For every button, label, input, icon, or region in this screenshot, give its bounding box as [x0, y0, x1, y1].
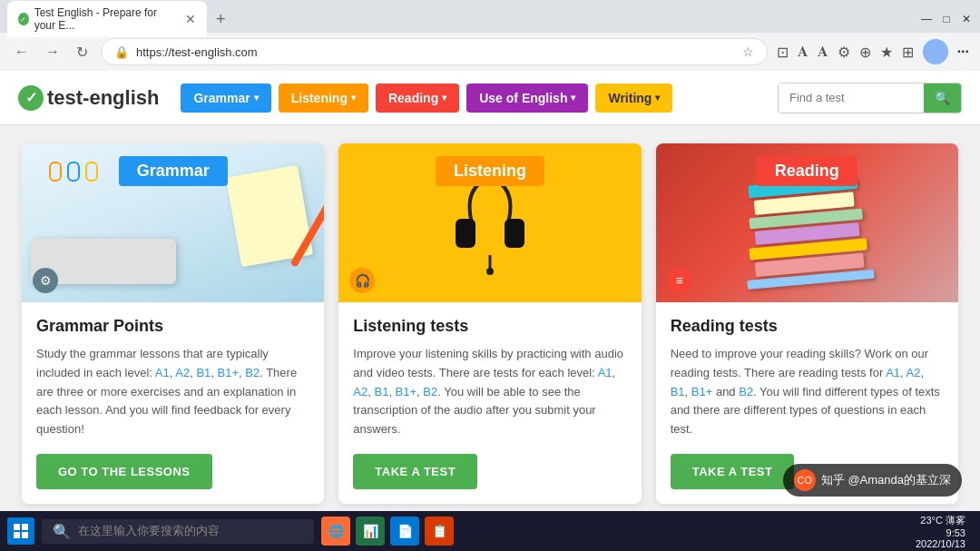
tab-favicon: ✓	[18, 13, 29, 25]
extensions-icon[interactable]: ⊕	[859, 44, 871, 61]
listening-dropdown-arrow-icon: ▾	[351, 93, 356, 103]
favorites-icon[interactable]: ★	[880, 44, 893, 61]
grammar-link-b1plus[interactable]: B1+	[218, 366, 240, 379]
listening-card-body: Listening tests Improve your listening s…	[338, 302, 641, 504]
listening-card-label: Listening	[436, 156, 544, 186]
reading-link-a1[interactable]: A1	[886, 366, 900, 379]
url-bar-actions: ☆	[742, 44, 754, 59]
profile-button[interactable]	[923, 39, 948, 64]
clip-yellow-icon	[85, 162, 98, 182]
listening-link-b1[interactable]: B1	[374, 385, 388, 398]
logo-checkmark-icon: ✓	[18, 85, 44, 111]
nav-writing-button[interactable]: Writing ▾	[595, 84, 672, 113]
main-navbar: ✓ test-english Grammar ▾ Listening ▾ Rea…	[0, 71, 980, 125]
windows-start-button[interactable]	[7, 517, 34, 545]
grammar-goto-lessons-button[interactable]: GO TO THE LESSONS	[36, 454, 212, 489]
reading-link-b1[interactable]: B1	[671, 385, 685, 398]
taskbar-word-icon[interactable]: 📄	[390, 517, 419, 546]
url-bar[interactable]: 🔒 https://test-english.com ☆	[101, 38, 768, 65]
active-tab[interactable]: ✓ Test English - Prepare for your E... ✕	[7, 1, 207, 37]
writing-dropdown-arrow-icon: ▾	[655, 93, 660, 103]
listening-take-test-button[interactable]: TAKE A TEST	[353, 454, 477, 489]
grammar-link-b2[interactable]: B2	[245, 366, 260, 379]
search-submit-button[interactable]: 🔍	[924, 84, 961, 113]
reading-card-icon: ≡	[667, 268, 692, 293]
reading-card-label: Reading	[757, 156, 858, 186]
nav-grammar-label: Grammar	[193, 91, 250, 105]
nav-useofenglish-button[interactable]: Use of English ▾	[466, 84, 588, 113]
svg-rect-4	[14, 524, 20, 530]
taskbar-powerpoint-icon[interactable]: 📋	[425, 517, 454, 546]
grammar-link-a2[interactable]: A2	[175, 366, 190, 379]
svg-point-3	[486, 268, 494, 275]
nav-listening-button[interactable]: Listening ▾	[279, 84, 368, 113]
reading-dropdown-arrow-icon: ▾	[442, 93, 446, 103]
settings-gear-icon[interactable]: ⚙	[838, 44, 850, 61]
svg-rect-7	[22, 532, 28, 538]
reading-card-title: Reading tests	[671, 317, 944, 336]
listening-card-title: Listening tests	[353, 317, 626, 336]
reading-link-b1plus[interactable]: B1+	[691, 385, 713, 398]
refresh-button[interactable]: ↻	[73, 40, 92, 64]
grammar-card-text: Study the grammar lessons that are typic…	[36, 345, 309, 439]
site-logo[interactable]: ✓ test-english	[18, 85, 159, 111]
reading-card-image: Reading ≡	[656, 143, 958, 302]
svg-rect-1	[505, 219, 524, 248]
translate-icon[interactable]: 𝐀	[818, 44, 828, 60]
nav-reading-button[interactable]: Reading ▾	[376, 84, 459, 113]
bookmark-star-icon[interactable]: ☆	[742, 44, 754, 59]
nav-listening-label: Listening	[291, 91, 348, 105]
listening-card-image: Listening 🎧	[338, 143, 641, 302]
reading-card-text: Need to improve your reading skills? Wor…	[671, 345, 944, 439]
grammar-card-body: Grammar Points Study the grammar lessons…	[22, 302, 324, 504]
watermark-text: 知乎 @Amanda的基立深	[821, 472, 951, 488]
maximize-button[interactable]: □	[940, 13, 953, 25]
zoom-icon[interactable]: 𝐀	[798, 44, 808, 60]
grammar-link-b1[interactable]: B1	[196, 366, 211, 379]
windows-logo-icon	[14, 524, 28, 538]
grammar-link-a1[interactable]: A1	[155, 366, 170, 379]
svg-rect-5	[22, 524, 28, 530]
taskbar-search-icon: 🔍	[53, 523, 71, 540]
back-button[interactable]: ←	[11, 40, 33, 64]
watermark-icon: CO	[794, 469, 816, 491]
screen-mirror-icon[interactable]: ⊡	[777, 44, 789, 61]
tab-bar: ✓ Test English - Prepare for your E... ✕…	[0, 0, 980, 33]
forward-button[interactable]: →	[42, 40, 64, 64]
taskbar-edge-icon[interactable]: 🌐	[321, 517, 350, 546]
clip-orange-icon	[49, 162, 62, 182]
nav-grammar-button[interactable]: Grammar ▾	[181, 84, 270, 113]
address-bar: ← → ↻ 🔒 https://test-english.com ☆ ⊡ 𝐀 𝐀…	[0, 33, 980, 71]
reading-take-test-button[interactable]: TAKE A TEST	[671, 454, 795, 489]
minimize-button[interactable]: —	[920, 13, 933, 25]
paper-clips	[49, 162, 98, 182]
svg-rect-0	[456, 219, 475, 248]
window-controls: — □ ✕	[920, 13, 973, 25]
clip-blue-icon	[67, 162, 80, 182]
search-icon: 🔍	[935, 91, 950, 105]
reading-card: Reading ≡ Reading tests Need to improve …	[656, 143, 958, 504]
listening-link-b1plus[interactable]: B1+	[396, 385, 417, 398]
new-tab-button[interactable]: +	[211, 8, 231, 31]
listening-card-text: Improve your listening skills by practic…	[353, 345, 626, 439]
lock-icon: 🔒	[114, 45, 129, 59]
taskbar-excel-icon[interactable]: 📊	[356, 517, 385, 546]
listening-link-b2[interactable]: B2	[423, 385, 437, 398]
nav-reading-label: Reading	[388, 91, 438, 105]
reading-link-a2[interactable]: A2	[906, 366, 921, 379]
search-input[interactable]	[779, 84, 924, 112]
listening-link-a1[interactable]: A1	[598, 366, 612, 379]
taskbar-time: 9:53	[946, 527, 965, 538]
reading-link-b2[interactable]: B2	[739, 385, 753, 398]
taskbar-weather: 23°C 薄雾	[920, 514, 965, 527]
taskbar-search[interactable]: 🔍 在这里输入你要搜索的内容	[42, 519, 314, 544]
more-options-button[interactable]: ···	[957, 44, 969, 60]
collections-icon[interactable]: ⊞	[902, 44, 914, 61]
tab-title: Test English - Prepare for your E...	[34, 6, 172, 32]
nav-useofenglish-label: Use of English	[479, 91, 567, 105]
close-button[interactable]: ✕	[960, 13, 973, 25]
listening-link-a2[interactable]: A2	[353, 385, 368, 398]
cards-container: Grammar ⚙ Grammar Points Study the gramm…	[0, 125, 980, 504]
tab-close-button[interactable]: ✕	[185, 12, 196, 26]
taskbar-search-text: 在这里输入你要搜索的内容	[78, 523, 220, 539]
